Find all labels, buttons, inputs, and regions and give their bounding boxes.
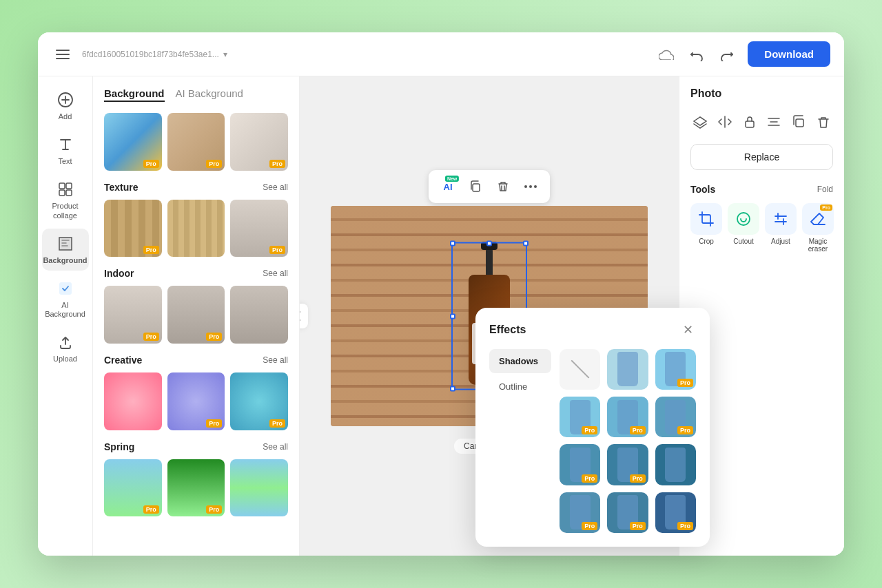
effects-close-button[interactable]: ✕ [679, 322, 696, 338]
spring-see-all[interactable]: See all [263, 442, 288, 452]
crop-label: Crop [699, 238, 714, 245]
effect-shadow-3[interactable]: Pro [560, 397, 600, 437]
sidebar-item-product-collage[interactable]: Product collage [42, 174, 89, 225]
shadow-bottle-preview [665, 448, 686, 482]
handle-top-right[interactable] [523, 241, 529, 246]
creative-section-header: Creative See all [104, 355, 288, 366]
header-actions: Download [657, 41, 830, 67]
menu-button[interactable] [52, 43, 74, 65]
indoor-thumb-3[interactable] [230, 286, 288, 344]
collapse-panel-button[interactable] [300, 304, 308, 328]
texture-thumb-3[interactable]: Pro [230, 200, 288, 258]
pro-badge: Pro [269, 419, 285, 428]
effect-shadow-7[interactable]: Pro [607, 444, 648, 485]
background-thumb-mosque[interactable]: Pro [104, 113, 162, 171]
handle-middle-left[interactable] [450, 313, 455, 319]
sidebar-item-upload[interactable]: Upload [42, 327, 89, 369]
upload-icon [56, 333, 75, 352]
cutout-tool[interactable]: Cutout [728, 203, 759, 253]
sidebar-item-add[interactable]: Add [42, 85, 89, 127]
creative-thumb-3[interactable]: Pro [230, 372, 288, 430]
svg-rect-9 [59, 282, 72, 295]
sidebar-upload-label: Upload [53, 355, 77, 364]
effect-shadow-11[interactable]: Pro [655, 492, 696, 533]
spring-thumb-3[interactable] [230, 459, 288, 517]
effect-shadow-8[interactable] [655, 444, 696, 485]
effect-shadow-10[interactable]: Pro [607, 492, 648, 533]
app-window: 6fdcd160051019bc18f73b4fe53ae1... ▾ [38, 32, 844, 556]
magic-eraser-tool[interactable]: Pro Magic eraser [802, 203, 834, 253]
svg-rect-1 [56, 54, 70, 55]
undo-icon[interactable] [687, 45, 706, 64]
effect-shadow-1[interactable] [607, 349, 648, 390]
creative-see-all[interactable]: See all [263, 355, 288, 365]
indoor-see-all[interactable]: See all [263, 269, 288, 278]
shadows-tab[interactable]: Shadows [489, 349, 551, 373]
effects-content: Shadows Outline Pro [489, 349, 696, 533]
texture-thumb-1[interactable]: Pro [104, 200, 162, 258]
pro-badge: Pro [677, 379, 693, 387]
flip-icon[interactable] [715, 111, 735, 133]
redo-icon[interactable] [717, 45, 737, 64]
texture-see-all[interactable]: See all [263, 182, 288, 192]
delete-tool-button[interactable] [491, 174, 515, 199]
handle-bottom-left[interactable] [450, 386, 455, 392]
outline-tab[interactable]: Outline [489, 375, 551, 399]
svg-rect-10 [473, 184, 480, 191]
crop-tool[interactable]: Crop [690, 203, 722, 253]
texture-grid: Pro Pro [104, 200, 288, 258]
effect-shadow-2[interactable]: Pro [655, 349, 696, 390]
spring-thumb-2[interactable]: Pro [167, 459, 225, 517]
cloud-icon[interactable] [657, 45, 676, 64]
texture-thumb-2[interactable] [167, 200, 225, 258]
effects-tabs: Shadows Outline [489, 349, 551, 533]
creative-title: Creative [104, 355, 142, 366]
indoor-thumb-1[interactable]: Pro [104, 286, 162, 344]
svg-rect-15 [796, 119, 803, 127]
layers-icon[interactable] [690, 111, 710, 133]
pro-badge: Pro [206, 419, 222, 428]
adjust-tool[interactable]: Adjust [765, 203, 797, 253]
effect-shadow-6[interactable]: Pro [560, 444, 600, 485]
svg-point-11 [524, 185, 527, 188]
handle-top-middle[interactable] [486, 241, 492, 246]
effect-none[interactable] [560, 349, 600, 390]
tools-section-header: Tools Fold [690, 184, 833, 195]
tools-grid: Crop Cutout [690, 203, 833, 253]
duplicate-icon[interactable] [789, 111, 808, 133]
pro-badge: Pro [630, 522, 646, 530]
more-tool-button[interactable] [518, 174, 543, 199]
effect-shadow-9[interactable]: Pro [560, 492, 600, 533]
svg-point-16 [737, 213, 750, 225]
right-panel-title: Photo [690, 87, 833, 100]
sidebar-item-text[interactable]: Text [42, 129, 89, 171]
background-thumb-arch1[interactable]: Pro [167, 113, 225, 171]
align-icon[interactable] [764, 111, 783, 133]
ai-tool-button[interactable]: AI New [435, 174, 460, 199]
document-title[interactable]: 6fdcd160051019bc18f73b4fe53ae1... ▾ [82, 50, 657, 59]
effect-shadow-5[interactable]: Pro [655, 397, 696, 437]
sidebar-item-background[interactable]: Background [42, 229, 89, 271]
svg-rect-7 [66, 190, 72, 196]
replace-button[interactable]: Replace [690, 144, 833, 170]
pro-badge: Pro [269, 246, 285, 254]
background-icon [56, 234, 75, 253]
creative-thumb-2[interactable]: Pro [167, 372, 225, 430]
background-thumb-arch2[interactable]: Pro [230, 113, 288, 171]
tab-background[interactable]: Background [104, 87, 165, 102]
sidebar-item-ai-background[interactable]: AI Background [42, 273, 89, 324]
text-icon [56, 135, 75, 154]
pro-badge: Pro [677, 426, 693, 434]
effect-shadow-4[interactable]: Pro [607, 397, 648, 437]
lock-icon[interactable] [740, 111, 759, 133]
indoor-thumb-2[interactable]: Pro [167, 286, 225, 344]
handle-top-left[interactable] [450, 241, 455, 246]
tab-ai-background[interactable]: AI Background [176, 87, 243, 102]
download-button[interactable]: Download [748, 41, 830, 67]
copy-tool-button[interactable] [463, 174, 488, 199]
spring-thumb-1[interactable]: Pro [104, 459, 162, 517]
creative-thumb-1[interactable] [104, 372, 162, 430]
svg-rect-0 [56, 50, 70, 51]
trash-icon[interactable] [814, 111, 833, 133]
fold-button[interactable]: Fold [817, 185, 833, 194]
